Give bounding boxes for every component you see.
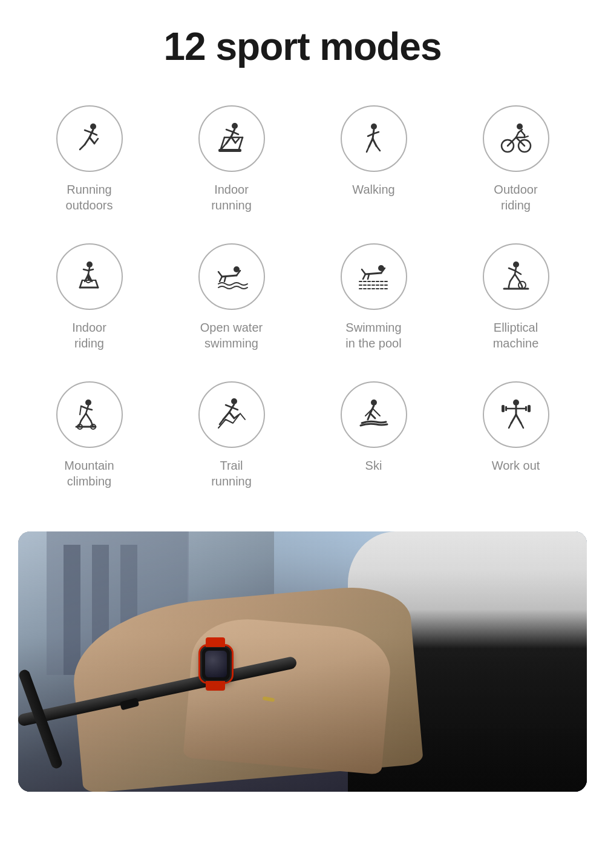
svg-line-63	[368, 274, 369, 279]
sport-item-work-out: Work out	[445, 369, 587, 501]
sport-item-running-outdoors: Runningoutdoors	[18, 93, 160, 225]
svg-line-115	[516, 415, 521, 423]
sport-item-swimming-pool: Swimmingin the pool	[302, 231, 445, 363]
svg-line-102	[373, 409, 380, 416]
svg-line-49	[80, 280, 82, 288]
svg-line-24	[369, 139, 373, 146]
svg-line-6	[90, 137, 94, 143]
sport-label-open-water-swimming: Open waterswimming	[200, 320, 263, 351]
svg-line-95	[223, 412, 229, 419]
sport-label-running-outdoors: Runningoutdoors	[66, 182, 113, 213]
svg-rect-110	[505, 406, 507, 411]
svg-line-86	[86, 413, 91, 421]
svg-point-79	[85, 399, 91, 406]
sport-icon-swimming-pool	[341, 243, 407, 310]
sport-item-walking: Walking	[302, 93, 445, 225]
svg-point-39	[87, 261, 93, 268]
svg-line-4	[85, 137, 90, 145]
sport-icon-ski	[341, 381, 407, 448]
svg-line-15	[235, 139, 239, 143]
svg-line-53	[222, 275, 237, 277]
svg-line-27	[376, 146, 380, 151]
svg-line-69	[509, 268, 515, 271]
svg-line-60	[362, 269, 365, 274]
svg-line-59	[365, 273, 381, 274]
sport-item-indoor-riding: Indoorriding	[18, 231, 160, 363]
sport-icon-running-outdoors	[56, 105, 123, 172]
svg-line-113	[511, 415, 516, 423]
sport-icon-work-out	[483, 381, 549, 448]
sport-item-mountain-climbing: Mountainclimbing	[18, 369, 160, 501]
svg-point-99	[371, 399, 377, 406]
svg-line-71	[510, 274, 515, 281]
svg-line-54	[218, 272, 222, 277]
sport-item-ski: Ski	[302, 369, 445, 501]
svg-rect-111	[528, 405, 531, 412]
sport-item-elliptical-machine: Ellipticalmachine	[445, 231, 587, 363]
sport-label-walking: Walking	[352, 182, 394, 197]
svg-line-114	[509, 423, 511, 428]
svg-point-67	[513, 261, 519, 268]
product-photo	[18, 531, 587, 792]
svg-line-82	[80, 406, 81, 415]
svg-line-36	[521, 131, 525, 135]
sport-icon-elliptical-machine	[483, 243, 549, 310]
sport-item-open-water-swimming: Open waterswimming	[160, 231, 302, 363]
svg-line-94	[232, 407, 238, 410]
svg-line-25	[367, 146, 369, 152]
svg-rect-109	[502, 405, 505, 412]
svg-point-20	[371, 123, 377, 130]
svg-line-32	[516, 137, 525, 146]
sport-icon-indoor-running	[198, 105, 265, 172]
svg-line-81	[81, 406, 87, 409]
svg-rect-112	[525, 406, 527, 411]
sport-item-indoor-running: Indoorrunning	[160, 93, 302, 225]
sport-label-outdoor-riding: Outdoorriding	[494, 182, 537, 213]
sports-grid: Runningoutdoors Indoorrunni	[0, 87, 605, 519]
svg-line-84	[81, 413, 86, 421]
sport-item-outdoor-riding: Outdoorriding	[445, 93, 587, 225]
svg-line-97	[229, 412, 234, 418]
sport-icon-mountain-climbing	[56, 381, 123, 448]
sport-item-trail-running: Trailrunning	[160, 369, 302, 501]
page-title: 12 sport modes	[0, 0, 605, 87]
svg-line-31	[508, 137, 516, 146]
svg-line-7	[94, 139, 98, 143]
svg-line-10	[226, 130, 233, 132]
sport-icon-indoor-riding	[56, 243, 123, 310]
svg-line-57	[224, 277, 226, 281]
sport-icon-trail-running	[198, 381, 265, 448]
svg-line-50	[96, 280, 98, 288]
sport-label-elliptical-machine: Ellipticalmachine	[493, 320, 539, 351]
sport-label-ski: Ski	[365, 458, 382, 473]
svg-line-62	[363, 274, 365, 279]
sport-label-indoor-running: Indoorrunning	[211, 182, 252, 213]
sport-icon-outdoor-riding	[483, 105, 549, 172]
svg-line-104	[370, 413, 375, 418]
sport-label-swimming-pool: Swimmingin the pool	[345, 320, 401, 351]
svg-line-73	[515, 274, 520, 281]
sport-icon-walking	[341, 105, 407, 172]
sport-label-indoor-riding: Indoorriding	[72, 320, 106, 351]
sport-label-mountain-climbing: Mountainclimbing	[64, 458, 114, 489]
svg-line-26	[373, 139, 376, 146]
sport-label-work-out: Work out	[492, 458, 540, 473]
svg-line-116	[521, 423, 523, 428]
svg-line-56	[220, 277, 222, 281]
svg-point-28	[517, 123, 523, 130]
svg-line-5	[80, 145, 85, 150]
svg-rect-16	[218, 149, 241, 152]
svg-line-93	[226, 405, 232, 407]
sport-label-trail-running: Trailrunning	[211, 458, 252, 489]
svg-line-2	[85, 130, 91, 133]
sport-icon-open-water-swimming	[198, 243, 265, 310]
